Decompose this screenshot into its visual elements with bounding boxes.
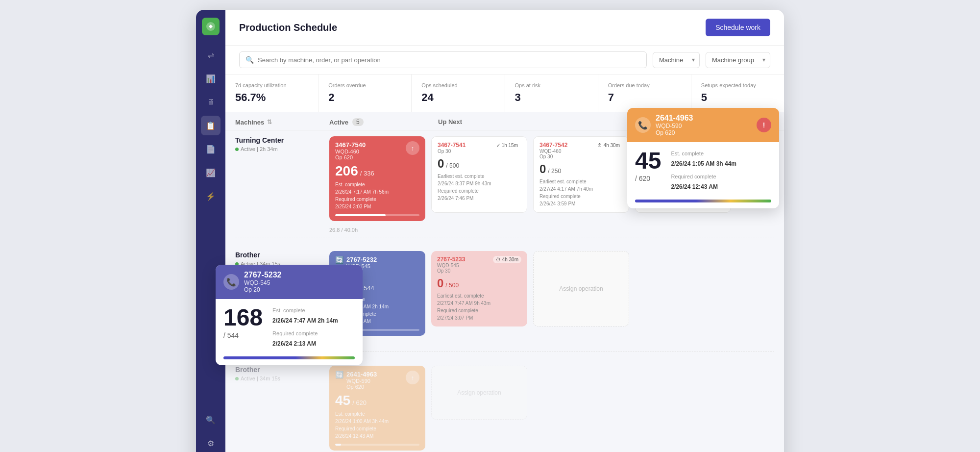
header: Production Schedule Schedule work [225, 10, 784, 46]
upnext-time-7542: ⏱ 4h 30m [594, 142, 623, 149]
stat-setups-value: 5 [701, 91, 774, 104]
app-logo[interactable] [202, 18, 220, 35]
tooltip-right-progress [635, 200, 771, 202]
stat-orders-overdue: Orders overdue 2 [318, 75, 412, 112]
sidebar-item-settings[interactable]: ⚙ [201, 433, 220, 452]
upnext-id-5233: 2767-5233 [437, 256, 465, 263]
col-header-active: Active 5 [329, 118, 432, 126]
upnext-detail-5233: Earliest est. complete2/27/24 7:47 AM 9h… [437, 292, 521, 322]
active-count-badge: 5 [352, 118, 364, 126]
assign-op-card-brother1[interactable]: Assign operation [533, 251, 629, 326]
upnext-cards-brother2: Assign operation [431, 366, 774, 420]
machine-filter-wrap: Machine ▾ [653, 52, 700, 68]
op-count-brother2: 45 [335, 394, 350, 407]
col-header-machines: Machines ⇅ [235, 118, 323, 126]
stat-capacity-value: 56.7% [235, 91, 308, 104]
sidebar-item-bolt[interactable]: ⚡ [201, 186, 220, 206]
stat-ops-scheduled: Ops scheduled 24 [412, 75, 505, 112]
sidebar-item-search[interactable]: 🔍 [201, 410, 220, 429]
stat-orders-due-label: Orders due today [608, 82, 681, 88]
stat-ops-scheduled-label: Ops scheduled [421, 82, 494, 88]
upnext-card-3467-7541[interactable]: 3467-7541 Op 30 ✓ 1h 15m 0 / 500 [431, 136, 527, 213]
sidebar: ⇌ 📊 🖥 📋 📄 📈 ⚡ 🔍 ⚙ 👤 [196, 10, 225, 452]
upnext-cards-brother1: 2767-5233 WQD-545Op 30 ⏱ 4h 30m 0 / 500 [431, 251, 774, 326]
upnext-sub-7541: Op 30 [438, 149, 466, 154]
machine-name-brother1: Brother [235, 251, 323, 259]
machine-label-row-brother2: Brother Active | 34m 15s 🔄 [235, 360, 774, 452]
tooltip-left-denom: / 544 [223, 331, 263, 339]
op-icon-brother2[interactable]: ↑ [406, 371, 419, 384]
tooltip-right-header: 📞 2641-4963 WQD-590 Op 620 ! [627, 108, 779, 142]
tooltip-right-alert-icon: ! [757, 118, 771, 132]
stat-orders-overdue-label: Orders overdue [328, 82, 401, 88]
upnext-detail-7542: Earliest est. complete2/27/24 4:17 AM 7h… [539, 178, 623, 207]
sidebar-item-bar[interactable]: 📈 [201, 163, 220, 182]
upnext-sub-7542: WQD-460Op 30 [539, 149, 567, 159]
upnext-detail-7541: Earliest est. complete2/26/24 8:37 PM 9h… [438, 173, 521, 202]
upnext-header-7541: 3467-7541 Op 30 ✓ 1h 15m [438, 142, 521, 154]
upnext-time-5233: ⏱ 4h 30m [493, 256, 521, 263]
stat-ops-at-risk-value: 3 [515, 91, 588, 104]
sidebar-item-shuffle[interactable]: ⇌ [201, 45, 220, 65]
upnext-header-7542: 3467-7542 WQD-460Op 30 ⏱ 4h 30m [539, 142, 623, 159]
tooltip-left-icon: 📞 [223, 274, 239, 290]
op-id-turning: 3467-7540 [335, 141, 366, 149]
op-upload-btn-turning[interactable]: ↑ [406, 141, 419, 155]
tooltip-right-progress-fill [635, 200, 771, 202]
tooltip-left-header: 📞 2767-5232 WQD-545 Op 20 [216, 265, 363, 299]
upnext-id-7542: 3467-7542 [539, 142, 567, 149]
op-detail-turning: Est. complete2/26/24 7:17 AM 7h 56m Requ… [335, 181, 419, 210]
sort-icon[interactable]: ⇅ [267, 119, 272, 126]
op-id-brother2: 2641-4963 [346, 371, 406, 378]
machine-group-filter-select[interactable]: Machine group [706, 52, 770, 68]
upnext-sub-5233: WQD-545Op 30 [437, 263, 465, 274]
op-count-row-turning: 206 / 336 [335, 164, 419, 178]
op-card-2641-4963[interactable]: 🔄 2641-4963 WQD-590Op 620 ↑ 45 / 6 [329, 366, 425, 451]
op-card-header-brother2: 🔄 2641-4963 WQD-590Op 620 ↑ [335, 371, 419, 390]
schedule-work-button[interactable]: Schedule work [706, 19, 770, 36]
sidebar-item-calendar[interactable]: 📋 [201, 116, 220, 135]
stat-ops-at-risk-label: Ops at risk [515, 82, 588, 88]
tooltip-right-sub: WQD-590 Op 620 [656, 123, 693, 136]
upnext-count-5233: 0 / 500 [437, 276, 521, 290]
op-card-header-turning: 3467-7540 WQD-460Op 620 ↑ [335, 141, 419, 160]
sidebar-item-chart[interactable]: 📊 [201, 69, 220, 88]
stat-ops-at-risk: Ops at risk 3 [505, 75, 598, 112]
machine-section-brother-2: Brother Active | 34m 15s 🔄 [235, 360, 774, 452]
stat-orders-overdue-value: 2 [328, 91, 401, 104]
op-denom-turning: / 336 [360, 170, 374, 177]
tooltip-right-info: Est. complete 2/26/24 1:05 AM 3h 44m Req… [671, 149, 736, 193]
tooltip-left-info: Est. complete 2/26/24 7:47 AM 2h 14m Req… [272, 306, 338, 350]
machine-filter-select[interactable]: Machine [653, 52, 700, 68]
page-title: Production Schedule [239, 22, 337, 33]
tooltip-right-denom: / 620 [635, 175, 661, 182]
machine-name-turning: Turning Center [235, 136, 323, 144]
tooltip-left-body: 168 / 544 Est. complete 2/26/24 7:47 AM … [216, 299, 363, 356]
stat-orders-due: Orders due today 7 [598, 75, 691, 112]
upnext-card-3467-7542[interactable]: 3467-7542 WQD-460Op 30 ⏱ 4h 30m 0 / 250 [533, 136, 629, 213]
sidebar-item-monitor[interactable]: 🖥 [201, 92, 220, 112]
op-sub-turning: WQD-460Op 620 [335, 149, 366, 160]
search-bar-row: 🔍 Machine ▾ Machine group ▾ [225, 46, 784, 75]
stats-row: 7d capacity utilization 56.7% Orders ove… [225, 75, 784, 112]
machine-group-filter-wrap: Machine group ▾ [706, 52, 770, 68]
op-detail-brother2: Est. complete2/26/24 1:00 AM 3h 44m Requ… [335, 410, 419, 440]
op-sub-brother2: WQD-590Op 620 [346, 378, 406, 390]
tooltip-left-sub: WQD-545 Op 20 [244, 279, 282, 293]
op-card-3467-7540[interactable]: 3467-7540 WQD-460Op 620 ↑ 206 / 336 Est. [329, 136, 425, 221]
upnext-card-2767-5233[interactable]: 2767-5233 WQD-545Op 30 ⏱ 4h 30m 0 / 500 [431, 251, 527, 326]
machine-status-brother2: Active | 34m 15s [235, 376, 323, 381]
search-input-wrap: 🔍 [239, 51, 647, 68]
stat-capacity-label: 7d capacity utilization [235, 82, 308, 88]
tooltip-right-icon: 📞 [635, 117, 651, 133]
machine-name-col-brother2: Brother Active | 34m 15s [235, 366, 323, 381]
search-input[interactable] [258, 56, 640, 64]
op-count-row-brother2: 45 / 620 [335, 394, 419, 407]
machine-name-col-turning: Turning Center Active | 2h 34m [235, 136, 323, 152]
tooltip-left-count: 168 [223, 306, 263, 329]
sidebar-item-doc[interactable]: 📄 [201, 139, 220, 159]
upnext-count-7542: 0 / 250 [539, 162, 623, 176]
assign-op-card-brother2[interactable]: Assign operation [431, 366, 527, 420]
main-content: Production Schedule Schedule work 🔍 Mach… [225, 10, 784, 452]
tooltip-left-progress [223, 356, 355, 359]
